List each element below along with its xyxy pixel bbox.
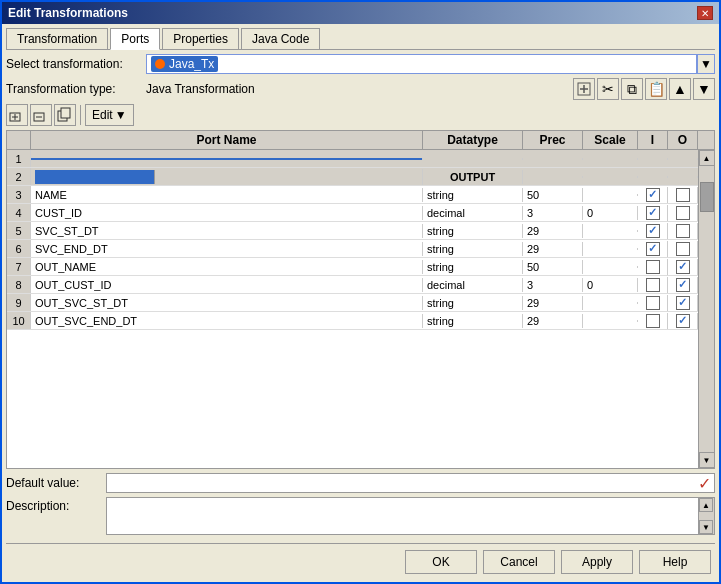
desc-scroll-up[interactable]: ▲ [699,498,713,512]
table-row[interactable]: 7 OUT_NAME string 50 [7,258,698,276]
checkbox-o-9[interactable] [676,296,690,310]
cell-o-9[interactable] [668,295,698,311]
default-value-check-icon[interactable]: ✓ [695,474,713,492]
checkbox-o-3[interactable] [676,188,690,202]
header-rownum [7,131,31,149]
selected-text: Java_Tx [169,57,214,71]
table-row[interactable]: 6 SVC_END_DT string 29 [7,240,698,258]
default-value-input[interactable] [106,473,715,493]
header-port-name: Port Name [31,131,423,149]
cell-i-6[interactable] [638,241,668,257]
selected-value: Java_Tx [151,56,218,72]
cut-button[interactable]: ✂ [597,78,619,100]
select-dropdown-button[interactable]: ▼ [697,54,715,74]
input-group-o [668,158,698,160]
description-field: Description: ▲ ▼ [6,497,715,535]
table-header: Port Name Datatype Prec Scale I O [7,131,714,150]
cell-prec-5: 29 [523,224,583,238]
cell-i-8[interactable] [638,277,668,293]
paste-button[interactable]: 📋 [645,78,667,100]
group-header-input[interactable]: 1 [7,150,698,168]
ok-button[interactable]: OK [405,550,477,574]
cell-o-5[interactable] [668,223,698,239]
cell-i-4[interactable] [638,205,668,221]
input-group-prec [523,158,583,160]
copy-button[interactable]: ⧉ [621,78,643,100]
cell-i-3[interactable] [638,187,668,203]
input-group-scale [583,158,638,160]
copy-row-button[interactable] [54,104,76,126]
button-row: OK Cancel Apply Help [6,543,715,578]
checkbox-i-3[interactable] [646,188,660,202]
desc-scroll-down[interactable]: ▼ [699,520,713,534]
group-header-output[interactable]: 2 OUTPUT [7,168,698,186]
cell-o-4[interactable] [668,205,698,221]
cell-o-7[interactable] [668,259,698,275]
scroll-down-arrow[interactable]: ▼ [699,452,715,468]
checkbox-i-7[interactable] [646,260,660,274]
row-num-4: 4 [7,204,31,221]
table-row[interactable]: 8 OUT_CUST_ID decimal 3 0 [7,276,698,294]
scroll-up-arrow[interactable]: ▲ [699,150,715,166]
description-textarea[interactable] [107,498,698,534]
checkbox-o-6[interactable] [676,242,690,256]
checkbox-o-10[interactable] [676,314,690,328]
checkbox-i-8[interactable] [646,278,660,292]
table-row[interactable]: 4 CUST_ID decimal 3 0 [7,204,698,222]
checkbox-i-4[interactable] [646,206,660,220]
move-up-button[interactable]: ▲ [669,78,691,100]
edit-label: Edit [92,108,113,122]
cell-i-7[interactable] [638,259,668,275]
row-num-10: 10 [7,312,31,329]
checkbox-i-9[interactable] [646,296,660,310]
checkbox-i-10[interactable] [646,314,660,328]
cell-prec-8: 3 [523,278,583,292]
cell-name-6: SVC_END_DT [31,242,423,256]
apply-button[interactable]: Apply [561,550,633,574]
header-prec: Prec [523,131,583,149]
cancel-button[interactable]: Cancel [483,550,555,574]
add-row-button[interactable] [6,104,28,126]
bottom-section: Default value: ✓ Description: ▲ ▼ [6,473,715,539]
tab-transformation[interactable]: Transformation [6,28,108,49]
output-group-scale [583,176,638,178]
scroll-thumb[interactable] [700,182,714,212]
close-button[interactable]: ✕ [697,6,713,20]
table-row[interactable]: 5 SVC_ST_DT string 29 [7,222,698,240]
checkbox-o-7[interactable] [676,260,690,274]
checkbox-o-5[interactable] [676,224,690,238]
new-port-button[interactable] [573,78,595,100]
cell-o-10[interactable] [668,313,698,329]
cell-o-6[interactable] [668,241,698,257]
edit-transformations-dialog: Edit Transformations ✕ Transformation Po… [0,0,721,584]
checkbox-o-8[interactable] [676,278,690,292]
cell-i-10[interactable] [638,313,668,329]
delete-row-button[interactable] [30,104,52,126]
select-input[interactable]: Java_Tx [146,54,697,74]
table-scrollbar[interactable]: ▲ ▼ [698,150,714,468]
help-button[interactable]: Help [639,550,711,574]
checkbox-i-6[interactable] [646,242,660,256]
tab-java-code[interactable]: Java Code [241,28,320,49]
tab-ports[interactable]: Ports [110,28,160,50]
cell-o-3[interactable] [668,187,698,203]
checkbox-i-5[interactable] [646,224,660,238]
cell-scale-9 [583,302,638,304]
cell-name-8: OUT_CUST_ID [31,278,423,292]
desc-scroll-track [699,512,714,520]
edit-button[interactable]: Edit ▼ [85,104,134,126]
output-group-bar [31,169,423,185]
output-group-o [668,176,698,178]
cell-dtype-5: string [423,224,523,238]
cell-i-5[interactable] [638,223,668,239]
table-row[interactable]: 10 OUT_SVC_END_DT string 29 [7,312,698,330]
table-row[interactable]: 3 NAME string 50 [7,186,698,204]
table-row[interactable]: 9 OUT_SVC_ST_DT string 29 [7,294,698,312]
description-scrollbar[interactable]: ▲ ▼ [698,498,714,534]
cell-scale-5 [583,230,638,232]
cell-i-9[interactable] [638,295,668,311]
tab-properties[interactable]: Properties [162,28,239,49]
cell-o-8[interactable] [668,277,698,293]
checkbox-o-4[interactable] [676,206,690,220]
move-down-button[interactable]: ▼ [693,78,715,100]
